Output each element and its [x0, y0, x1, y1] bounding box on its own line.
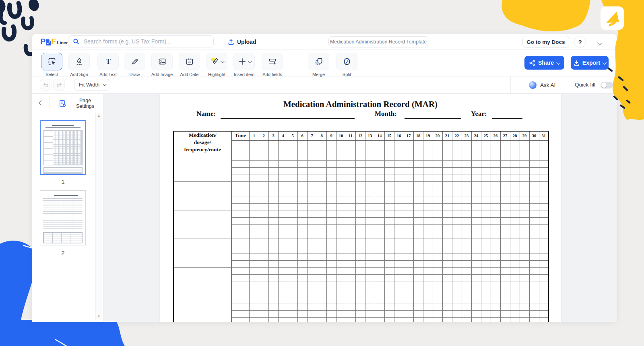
- day-cell: [462, 296, 471, 303]
- day-cell: [404, 224, 413, 232]
- day-cell: [452, 196, 462, 203]
- day-cell: [404, 296, 413, 303]
- tool-insert-item[interactable]: Insert item: [233, 53, 255, 77]
- day-cell: [336, 268, 346, 275]
- day-cell: [500, 310, 510, 317]
- day-cell: [442, 246, 452, 253]
- day-cell: [404, 289, 413, 296]
- sidebar-scrollbar[interactable]: ▲ ▼: [95, 113, 102, 319]
- day-cell: [394, 232, 404, 239]
- tool-add-date[interactable]: Add Date: [179, 53, 200, 77]
- page-settings-button[interactable]: Page Settings: [56, 97, 103, 109]
- day-cell: [462, 153, 471, 161]
- day-cell: [500, 268, 510, 275]
- tool-highlight[interactable]: Highlight: [206, 53, 227, 77]
- tool-draw[interactable]: Draw: [124, 53, 145, 77]
- mar-table: Medication/dosage/frequency/routeTime123…: [173, 131, 549, 322]
- day-header-cell: 17: [404, 131, 413, 140]
- day-cell: [259, 310, 268, 317]
- quick-fill-toggle[interactable]: [601, 82, 613, 89]
- day-cell: [471, 140, 481, 153]
- day-cell: [423, 153, 433, 161]
- day-cell: [481, 196, 491, 203]
- day-cell: [384, 275, 394, 282]
- time-cell: [231, 239, 249, 246]
- day-cell: [249, 310, 259, 317]
- day-cell: [307, 175, 317, 182]
- day-cell: [462, 210, 471, 218]
- page-thumbnail-2[interactable]: [40, 190, 86, 245]
- day-cell: [375, 161, 384, 168]
- day-cell: [336, 317, 346, 322]
- day-cell: [317, 317, 326, 322]
- day-cell: [365, 218, 375, 225]
- day-cell: [317, 203, 326, 210]
- day-cell: [462, 161, 471, 168]
- redo-button[interactable]: [53, 79, 65, 91]
- export-button[interactable]: Export: [571, 56, 609, 70]
- day-cell: [452, 175, 462, 182]
- day-cell: [442, 232, 452, 239]
- help-button[interactable]: ?: [574, 36, 586, 48]
- scroll-up-arrow[interactable]: ▲: [96, 113, 102, 119]
- day-cell: [520, 203, 529, 210]
- day-cell: [259, 303, 268, 311]
- day-cell: [375, 246, 384, 253]
- upload-button[interactable]: Upload: [225, 36, 258, 48]
- document-page[interactable]: Medication Administration Record (MAR) N…: [160, 94, 561, 322]
- tool-add-fields[interactable]: Add fields: [262, 53, 283, 77]
- header-chevron-down-icon[interactable]: [595, 40, 603, 47]
- day-cell: [481, 203, 491, 210]
- day-cell: [520, 161, 529, 168]
- day-cell: [452, 210, 462, 218]
- day-cell: [288, 253, 297, 260]
- day-cell: [288, 303, 297, 311]
- day-cell: [307, 317, 317, 322]
- tool-add-text[interactable]: T Add Text: [97, 53, 119, 77]
- pages-sidebar: Page Settings 1 2: [32, 94, 103, 322]
- undo-button[interactable]: [40, 79, 52, 91]
- day-header-cell: 8: [317, 131, 326, 140]
- day-header-cell: 13: [365, 131, 375, 140]
- document-title-field[interactable]: [328, 36, 428, 47]
- tool-add-image[interactable]: Add Image: [151, 53, 173, 77]
- day-cell: [529, 275, 539, 282]
- share-button[interactable]: Share: [524, 56, 564, 70]
- day-cell: [500, 224, 510, 232]
- day-cell: [520, 310, 529, 317]
- search-input[interactable]: [83, 38, 209, 45]
- day-cell: [500, 232, 510, 239]
- pdfliner-logo[interactable]: P F Liner: [40, 37, 68, 46]
- tool-split[interactable]: Split: [336, 53, 357, 77]
- day-cell: [375, 218, 384, 225]
- zoom-mode-dropdown[interactable]: Fit Width: [74, 79, 110, 91]
- tool-select[interactable]: Select: [41, 53, 62, 77]
- tool-add-sign[interactable]: Add Sign: [68, 53, 90, 77]
- thumb-footer-table: [43, 232, 83, 243]
- view-toolbar: Fit Width Ask AI Quick fill: [32, 76, 617, 94]
- day-cell: [288, 203, 297, 210]
- day-cell: [500, 140, 510, 153]
- day-cell: [259, 161, 268, 168]
- day-cell: [491, 282, 500, 289]
- day-cell: [346, 153, 355, 161]
- go-to-my-docs-button[interactable]: Go to my Docs: [522, 36, 569, 48]
- day-header-cell: 22: [452, 131, 462, 140]
- day-cell: [423, 296, 433, 303]
- day-cell: [394, 203, 404, 210]
- day-cell: [249, 167, 259, 175]
- page-thumbnail-1[interactable]: [40, 120, 86, 175]
- day-cell: [500, 161, 510, 168]
- day-cell: [384, 310, 394, 317]
- day-cell: [365, 167, 375, 175]
- day-cell: [510, 153, 520, 161]
- ask-ai-button[interactable]: Ask AI: [526, 76, 558, 93]
- day-cell: [520, 268, 529, 275]
- scroll-down-arrow[interactable]: ▼: [96, 314, 102, 319]
- day-cell: [433, 317, 442, 322]
- day-cell: [394, 317, 404, 322]
- collapse-sidebar-button[interactable]: [36, 98, 46, 107]
- day-cell: [375, 310, 384, 317]
- day-cell: [249, 296, 259, 303]
- tool-merge[interactable]: Merge: [308, 53, 329, 77]
